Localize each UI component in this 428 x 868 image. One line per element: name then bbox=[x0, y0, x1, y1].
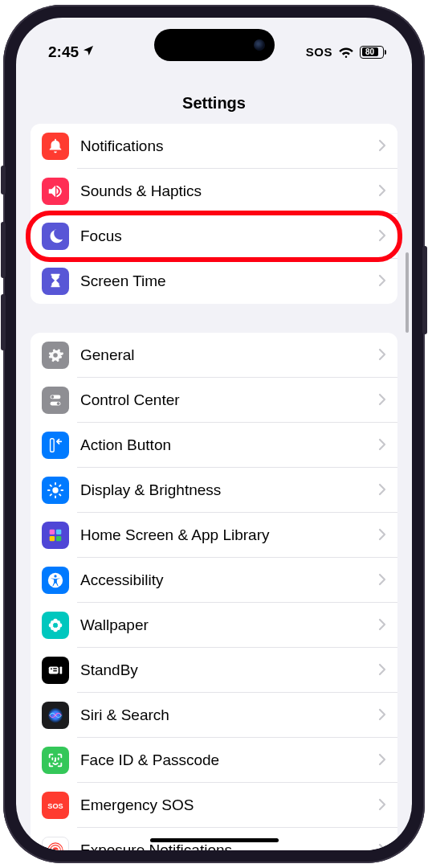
chevron-right-icon bbox=[378, 660, 386, 681]
side-button bbox=[1, 166, 6, 194]
svg-point-28 bbox=[56, 626, 60, 630]
moon-icon bbox=[42, 223, 69, 250]
settings-row-wallpaper[interactable]: Wallpaper bbox=[31, 603, 397, 648]
hourglass-icon bbox=[42, 268, 69, 295]
screen: 2:45 SOS 80 Settings NotificationsSounds… bbox=[16, 18, 412, 850]
volume-up-button bbox=[1, 222, 6, 278]
svg-point-20 bbox=[54, 575, 56, 577]
chevron-right-icon bbox=[378, 181, 386, 202]
svg-point-2 bbox=[51, 395, 55, 399]
sostext-icon: SOS bbox=[42, 792, 69, 819]
siri-icon bbox=[42, 702, 69, 729]
row-label: Control Center bbox=[80, 391, 372, 409]
volume-down-button bbox=[1, 294, 6, 350]
row-label: Notifications bbox=[80, 137, 372, 155]
row-label: Display & Brightness bbox=[80, 481, 372, 499]
settings-row-homescreen[interactable]: Home Screen & App Library bbox=[31, 513, 397, 558]
settings-row-sounds[interactable]: Sounds & Haptics bbox=[31, 169, 397, 214]
svg-line-14 bbox=[59, 485, 60, 486]
chevron-right-icon bbox=[378, 480, 386, 501]
settings-row-notifications[interactable]: Notifications bbox=[31, 124, 397, 169]
row-label: Wallpaper bbox=[80, 616, 372, 634]
chevron-right-icon bbox=[378, 795, 386, 816]
chevron-right-icon bbox=[378, 226, 386, 247]
dynamic-island bbox=[154, 29, 275, 61]
svg-point-39 bbox=[52, 847, 58, 850]
speaker-icon bbox=[42, 178, 69, 205]
settings-row-display[interactable]: Display & Brightness bbox=[31, 468, 397, 513]
standby-icon bbox=[42, 657, 69, 684]
scroll-indicator[interactable] bbox=[406, 252, 409, 333]
svg-point-26 bbox=[56, 620, 60, 624]
settings-row-general[interactable]: General bbox=[31, 333, 397, 378]
chevron-right-icon bbox=[378, 570, 386, 591]
row-label: Emergency SOS bbox=[80, 796, 372, 814]
row-label: Exposure Notifications bbox=[80, 841, 372, 850]
settings-group: NotificationsSounds & HapticsFocusScreen… bbox=[31, 124, 397, 304]
svg-line-13 bbox=[51, 494, 51, 495]
power-button bbox=[422, 246, 427, 334]
row-label: Focus bbox=[80, 227, 372, 245]
svg-point-31 bbox=[51, 668, 52, 669]
settings-row-controlcenter[interactable]: Control Center bbox=[31, 378, 397, 423]
svg-point-27 bbox=[51, 626, 55, 630]
settings-row-standby[interactable]: StandBy bbox=[31, 648, 397, 693]
chevron-right-icon bbox=[378, 840, 386, 850]
settings-row-accessibility[interactable]: Accessibility bbox=[31, 558, 397, 603]
status-time: 2:45 bbox=[48, 43, 79, 61]
chevron-right-icon bbox=[378, 525, 386, 546]
row-label: StandBy bbox=[80, 661, 372, 679]
sun-icon bbox=[42, 477, 69, 504]
row-label: Home Screen & App Library bbox=[80, 526, 372, 544]
svg-point-25 bbox=[51, 620, 55, 624]
svg-line-12 bbox=[59, 494, 60, 495]
svg-rect-32 bbox=[53, 668, 57, 669]
phone-frame: 2:45 SOS 80 Settings NotificationsSounds… bbox=[3, 5, 425, 863]
svg-rect-17 bbox=[50, 536, 55, 541]
chevron-right-icon bbox=[378, 615, 386, 636]
row-label: Siri & Search bbox=[80, 706, 372, 724]
settings-row-siri[interactable]: Siri & Search bbox=[31, 693, 397, 738]
settings-row-faceid[interactable]: Face ID & Passcode bbox=[31, 738, 397, 783]
chevron-right-icon bbox=[378, 271, 386, 292]
home-indicator[interactable] bbox=[150, 838, 279, 842]
row-label: Screen Time bbox=[80, 272, 372, 290]
svg-rect-15 bbox=[50, 530, 55, 534]
wifi-icon bbox=[338, 46, 354, 58]
actionbtn-icon bbox=[42, 432, 69, 459]
svg-rect-5 bbox=[51, 439, 55, 452]
row-label: Accessibility bbox=[80, 571, 372, 589]
settings-group: GeneralControl CenterAction ButtonDispla… bbox=[31, 333, 397, 850]
chevron-right-icon bbox=[378, 136, 386, 157]
bell-icon bbox=[42, 133, 69, 160]
svg-rect-16 bbox=[56, 530, 61, 534]
svg-point-6 bbox=[52, 487, 58, 493]
svg-point-29 bbox=[54, 624, 58, 628]
svg-text:SOS: SOS bbox=[47, 802, 63, 810]
row-label: General bbox=[80, 346, 372, 364]
settings-row-focus[interactable]: Focus bbox=[31, 214, 397, 259]
settings-row-screentime[interactable]: Screen Time bbox=[31, 259, 397, 304]
settings-list[interactable]: NotificationsSounds & HapticsFocusScreen… bbox=[16, 124, 412, 850]
svg-rect-34 bbox=[60, 666, 63, 674]
chevron-right-icon bbox=[378, 435, 386, 456]
faceid-icon bbox=[42, 747, 69, 774]
svg-rect-33 bbox=[53, 670, 57, 671]
switches-icon bbox=[42, 387, 69, 414]
sos-indicator: SOS bbox=[306, 45, 332, 59]
gear-icon bbox=[42, 342, 69, 369]
chevron-right-icon bbox=[378, 750, 386, 771]
chevron-right-icon bbox=[378, 705, 386, 726]
svg-rect-18 bbox=[56, 536, 61, 541]
row-label: Action Button bbox=[80, 436, 372, 454]
settings-row-actionbutton[interactable]: Action Button bbox=[31, 423, 397, 468]
svg-point-4 bbox=[57, 402, 60, 405]
settings-row-sos[interactable]: SOSEmergency SOS bbox=[31, 783, 397, 828]
flower-icon bbox=[42, 612, 69, 639]
exposure-icon bbox=[42, 837, 69, 850]
accessibility-icon bbox=[42, 567, 69, 594]
svg-line-11 bbox=[51, 485, 51, 486]
chevron-right-icon bbox=[378, 390, 386, 411]
apps-icon bbox=[42, 522, 69, 549]
row-label: Sounds & Haptics bbox=[80, 182, 372, 200]
